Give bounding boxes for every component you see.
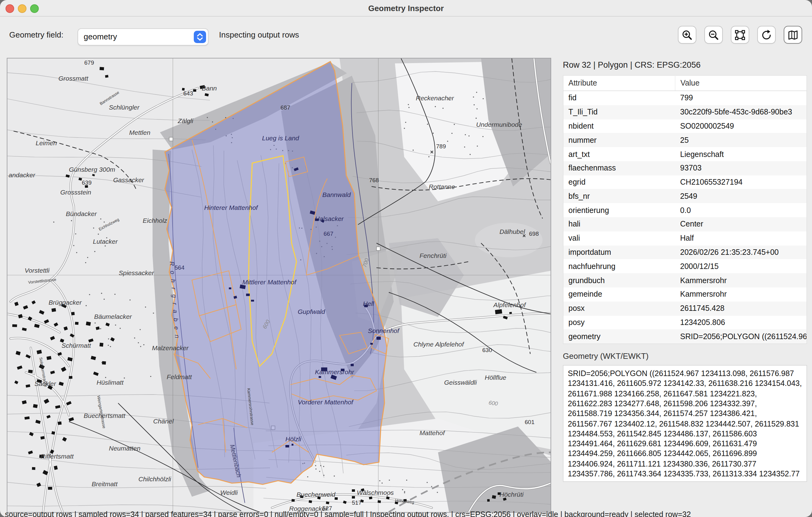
map-label: Fenchrüti [419,252,447,259]
toolbar-button-group [678,26,802,44]
attr-value-cell: Kammersrohr [675,288,807,302]
map-label: Weidli [220,489,238,496]
table-row: valiHalf [563,232,807,246]
attr-name-cell: gemeinde [563,288,675,302]
mode-status-text: Inspecting output rows [219,30,299,39]
attr-name-cell: nachfuehrung [563,260,675,274]
map-label: 667 [324,230,334,237]
map-label: Dälhubel [499,228,525,235]
map-label: 789 [436,143,446,149]
attr-value-cell: SRID=2056;POLYGON ((2611524.967 1234113.… [675,330,807,344]
attr-value-cell: 25 [675,133,807,147]
attr-value-cell: 93703 [675,161,807,175]
attr-value-cell: 0.0 [675,203,807,218]
geometry-field-select[interactable]: geometry [78,28,208,46]
attr-value-cell: Center [675,217,807,232]
table-row: haliCenter [563,217,807,232]
map-label: Reckenacher [416,94,454,102]
map-label: Rottanne [429,183,455,190]
map-label: 601 [525,419,534,425]
table-row: fid799 [563,91,807,105]
attr-value-cell: 799 [675,91,807,105]
map-label: Chänel [153,417,174,425]
attr-name-cell: posx [563,301,675,316]
zoom-in-button[interactable] [678,26,696,44]
attr-name-cell: orientierung [563,203,675,218]
attr-name-cell: vali [563,232,675,246]
map-label: Kammersrohr [315,369,354,376]
attr-name-cell: geometry [563,330,675,344]
map-label: Hell [363,300,375,307]
map-label: 768 [369,177,379,183]
map-label: 517 [352,499,362,506]
table-row: art_txtLiegenschaft [563,147,807,161]
map-label: Gupfwald [298,308,325,315]
attr-value-cell: Kammersrohr [675,273,807,288]
column-header-attribute: Attribute [563,75,675,91]
attr-value-cell: 2000/12/15 [675,260,807,274]
map-label: Alpfelenhof [493,301,526,308]
map-label: 600 [488,400,498,407]
table-header-row: Attribute Value [563,75,807,91]
map-label: Lueg is Land [262,135,299,141]
attr-value-cell: 30c220f9-5bfe-453c-9d68-90be3 [675,105,807,119]
map-label: Hölzli [285,435,302,442]
select-stepper-icon [194,31,206,43]
map-label: Vorderer Mattenhof [298,399,354,406]
toolbar: Geometry field: geometry Inspecting outp… [0,17,812,57]
map-label: Gassacker [113,176,144,183]
map-label: Zälgli [177,117,194,124]
map-label: Schürmatt [61,342,91,349]
attr-name-cell: nummer [563,133,675,147]
refresh-button[interactable] [757,26,776,44]
map-label: Schlüngler [109,104,140,111]
table-row: bfs_nr2549 [563,189,807,203]
table-row: nbidentSO0200002549 [563,119,807,133]
map-label: Mattehof [419,429,445,436]
zoom-out-button[interactable] [704,26,723,44]
column-header-value: Value [675,75,807,91]
wkt-text-box[interactable]: SRID=2056;POLYGON ((2611524.967 1234113.… [563,365,807,482]
attr-name-cell: fid [563,91,675,105]
map-label: Leimen [36,139,57,146]
attr-name-cell: flaechenmass [563,161,675,175]
map-label: Breitmatt [92,480,118,487]
table-row: nummer25 [563,133,807,147]
map-label: 639 [82,180,92,186]
refresh-arrow-icon [760,29,773,41]
attr-name-cell: bfs_nr [563,189,675,203]
table-row: posx2611745.428 [563,301,807,316]
map-label: Bann [202,85,217,92]
map-label: Bäumelacker [94,313,132,320]
map-label: Chilchhölzli [138,475,172,483]
map-label: 630 [482,347,492,353]
map-label: Feldmatt [167,373,192,380]
map-label: Buechenweid [296,491,336,498]
fit-extent-button[interactable] [731,26,749,44]
attr-value-cell: 2611745.428 [675,301,807,316]
folded-map-icon [787,29,799,41]
table-row: gemeindeKammersrohr [563,288,807,302]
map-label: Chlyne Alpfelehof [413,341,464,348]
map-label: Hinterer Mattenhof [204,204,258,211]
desktop: Geometry Inspector Geometry field: geome… [0,0,812,517]
inspector-panel: Row 32 | Polygon | CRS: EPSG:2056 Attrib… [563,58,807,512]
attr-value-cell: 2549 [675,189,807,203]
attr-value-cell: SO0200002549 [675,119,807,133]
map-canvas[interactable]: 679GrossmattBann643SchlünglerZälgliMettl… [7,58,551,512]
table-row: importdatum2026/02/26 21:35:23.745+00 [563,245,807,260]
map-label: Hüslimatt [96,379,124,386]
map-label: Malzenacker [152,344,189,351]
map-label: Sonnenhof [368,327,400,334]
magnifier-plus-icon [681,29,693,41]
map-label: Lutacker [93,238,118,245]
basemap-toggle-button[interactable] [784,26,802,44]
table-row: T_Ili_Tid30c220f9-5bfe-453c-9d68-90be3 [563,105,807,119]
map-view[interactable]: 679GrossmattBann643SchlünglerZälgliMettl… [7,58,551,513]
attr-value-cell: 2026/02/26 21:35:23.745+00 [675,245,807,260]
map-label: Neumatten [109,445,141,452]
map-label: 643 [183,90,193,97]
map-label: Bannwald [322,191,351,198]
map-label: Wälschmoos [357,489,394,496]
map-label: andacker [9,171,35,179]
